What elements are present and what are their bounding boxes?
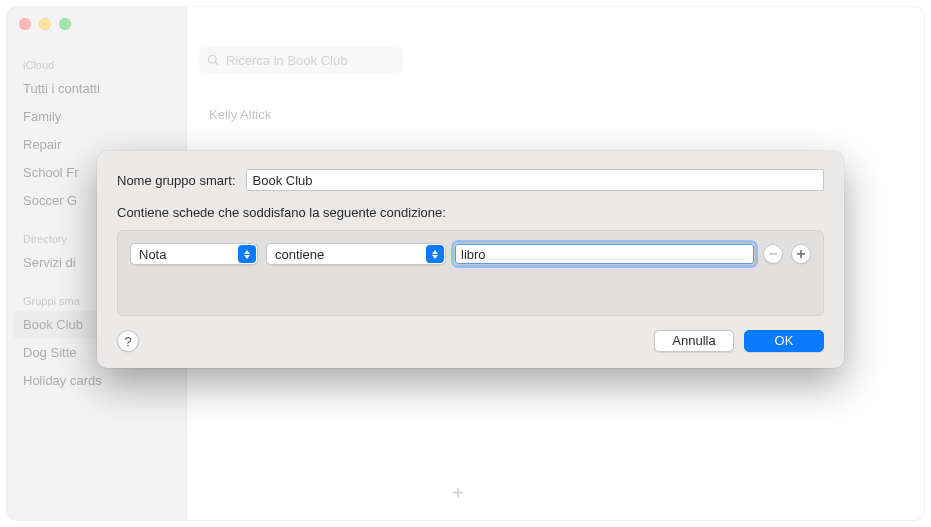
condition-operator-select[interactable]: contiene [266, 243, 446, 265]
sidebar-item[interactable]: Tutti i contatti [7, 75, 186, 103]
svg-rect-2 [797, 253, 805, 255]
condition-container: Nota contiene [117, 230, 824, 316]
minus-icon [768, 249, 778, 259]
condition-row: Nota contiene [130, 243, 811, 265]
sidebar-item[interactable]: Holiday cards [7, 367, 186, 395]
help-button[interactable]: ? [117, 330, 139, 352]
condition-heading: Contiene schede che soddisfano la seguen… [117, 205, 824, 220]
search-icon [207, 54, 220, 67]
smart-group-name-input[interactable] [246, 169, 825, 191]
window-zoom-button[interactable] [59, 18, 71, 30]
smart-group-name-label: Nome gruppo smart: [117, 173, 236, 188]
condition-value-input[interactable] [454, 243, 755, 265]
window-close-button[interactable] [19, 18, 31, 30]
sidebar-section-header: iCloud [7, 51, 186, 75]
contact-row[interactable]: Kelly Altick [209, 107, 271, 122]
search-input[interactable]: Ricerca in Book Club [199, 47, 403, 73]
ok-button[interactable]: OK [744, 330, 824, 352]
condition-operator-value: contiene [275, 247, 324, 262]
updown-arrows-icon [238, 245, 256, 263]
cancel-button[interactable]: Annulla [654, 330, 734, 352]
remove-condition-button[interactable] [763, 244, 783, 264]
app-window: iCloud Tutti i contatti Family Repair Sc… [7, 7, 924, 520]
add-condition-button[interactable] [791, 244, 811, 264]
sidebar-item[interactable]: Family [7, 103, 186, 131]
updown-arrows-icon [426, 245, 444, 263]
condition-field-select[interactable]: Nota [130, 243, 258, 265]
svg-rect-0 [769, 253, 777, 255]
window-minimize-button[interactable] [39, 18, 51, 30]
plus-icon [796, 249, 806, 259]
smart-group-dialog: Nome gruppo smart: Contiene schede che s… [97, 151, 844, 368]
window-traffic-lights [19, 18, 71, 30]
add-button[interactable]: + [442, 482, 474, 506]
dialog-footer: ? Annulla OK [117, 330, 824, 352]
search-placeholder: Ricerca in Book Club [226, 53, 347, 68]
condition-field-value: Nota [139, 247, 166, 262]
